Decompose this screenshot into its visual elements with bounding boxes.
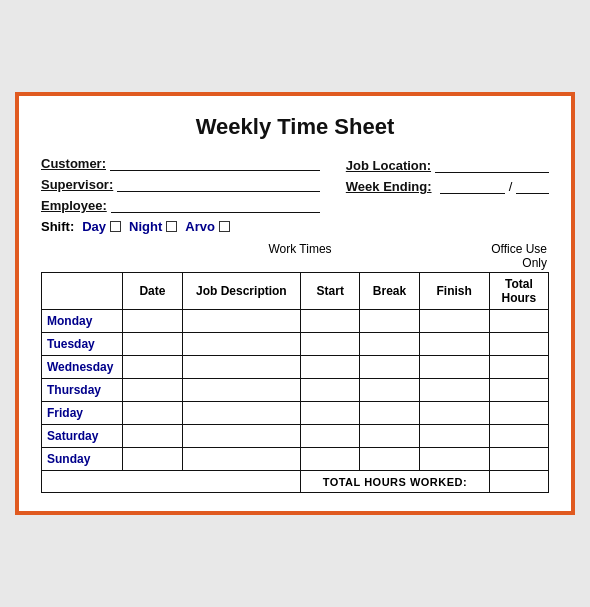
table-row: Tuesday bbox=[42, 333, 549, 356]
finish-cell[interactable] bbox=[419, 448, 489, 471]
total-empty-cell bbox=[42, 471, 301, 493]
start-cell[interactable] bbox=[301, 356, 360, 379]
col-header-date: Date bbox=[123, 273, 182, 310]
slash: / bbox=[509, 179, 513, 194]
table-row: Monday bbox=[42, 310, 549, 333]
timesheet-container: Weekly Time Sheet Customer: Supervisor: … bbox=[15, 92, 575, 515]
finish-cell[interactable] bbox=[419, 333, 489, 356]
finish-cell[interactable] bbox=[419, 356, 489, 379]
total-hours-value[interactable] bbox=[489, 471, 548, 493]
job-location-label: Job Location: bbox=[346, 158, 431, 173]
start-cell[interactable] bbox=[301, 379, 360, 402]
col-header-finish: Finish bbox=[419, 273, 489, 310]
start-cell[interactable] bbox=[301, 425, 360, 448]
left-fields: Customer: Supervisor: Employee: bbox=[41, 156, 320, 213]
jobdesc-cell[interactable] bbox=[182, 402, 301, 425]
job-location-row: Job Location: bbox=[346, 158, 549, 173]
total-cell[interactable] bbox=[489, 356, 548, 379]
date-cell[interactable] bbox=[123, 356, 182, 379]
date-cell[interactable] bbox=[123, 310, 182, 333]
day-cell: Thursday bbox=[42, 379, 123, 402]
break-cell[interactable] bbox=[360, 333, 419, 356]
week-ending-label: Week Ending: bbox=[346, 179, 432, 194]
jobdesc-cell[interactable] bbox=[182, 333, 301, 356]
break-cell[interactable] bbox=[360, 425, 419, 448]
date-cell[interactable] bbox=[123, 379, 182, 402]
office-use-label: Office Use Only bbox=[477, 242, 547, 270]
customer-line bbox=[110, 157, 320, 171]
finish-cell[interactable] bbox=[419, 402, 489, 425]
date-cell[interactable] bbox=[123, 402, 182, 425]
break-cell[interactable] bbox=[360, 310, 419, 333]
total-cell[interactable] bbox=[489, 402, 548, 425]
start-cell[interactable] bbox=[301, 448, 360, 471]
employee-line bbox=[111, 199, 321, 213]
finish-cell[interactable] bbox=[419, 310, 489, 333]
start-cell[interactable] bbox=[301, 333, 360, 356]
shift-arvo-checkbox[interactable] bbox=[219, 221, 230, 232]
table-body: Monday Tuesday Wednesday Thursday bbox=[42, 310, 549, 493]
supervisor-label: Supervisor: bbox=[41, 177, 113, 192]
table-row: Thursday bbox=[42, 379, 549, 402]
shift-arvo-option: Arvo bbox=[185, 219, 230, 234]
day-cell: Sunday bbox=[42, 448, 123, 471]
day-cell: Monday bbox=[42, 310, 123, 333]
break-cell[interactable] bbox=[360, 402, 419, 425]
form-section: Customer: Supervisor: Employee: Job Loca… bbox=[41, 156, 549, 213]
shift-night-option: Night bbox=[129, 219, 177, 234]
shift-day-label: Day bbox=[82, 219, 106, 234]
break-cell[interactable] bbox=[360, 448, 419, 471]
table-row: Saturday bbox=[42, 425, 549, 448]
section-headers: Work Times Office Use Only bbox=[41, 242, 549, 270]
table-row: Sunday bbox=[42, 448, 549, 471]
day-cell: Saturday bbox=[42, 425, 123, 448]
date-cell[interactable] bbox=[123, 448, 182, 471]
shift-row: Shift: Day Night Arvo bbox=[41, 219, 549, 234]
col-header-break: Break bbox=[360, 273, 419, 310]
supervisor-line bbox=[117, 178, 320, 192]
week-ending-line2 bbox=[516, 180, 549, 194]
total-hours-label: TOTAL HOURS WORKED: bbox=[301, 471, 490, 493]
work-times-label: Work Times bbox=[123, 242, 477, 270]
col-header-start: Start bbox=[301, 273, 360, 310]
day-cell: Friday bbox=[42, 402, 123, 425]
total-cell[interactable] bbox=[489, 310, 548, 333]
table-row: Wednesday bbox=[42, 356, 549, 379]
shift-arvo-label: Arvo bbox=[185, 219, 215, 234]
break-cell[interactable] bbox=[360, 356, 419, 379]
shift-night-checkbox[interactable] bbox=[166, 221, 177, 232]
finish-cell[interactable] bbox=[419, 425, 489, 448]
total-cell[interactable] bbox=[489, 448, 548, 471]
total-row: TOTAL HOURS WORKED: bbox=[42, 471, 549, 493]
total-cell[interactable] bbox=[489, 425, 548, 448]
col-header-day bbox=[42, 273, 123, 310]
start-cell[interactable] bbox=[301, 402, 360, 425]
jobdesc-cell[interactable] bbox=[182, 379, 301, 402]
timesheet-table: Date Job Description Start Break Finish … bbox=[41, 272, 549, 493]
date-cell[interactable] bbox=[123, 425, 182, 448]
table-row: Friday bbox=[42, 402, 549, 425]
table-header-row: Date Job Description Start Break Finish … bbox=[42, 273, 549, 310]
total-cell[interactable] bbox=[489, 379, 548, 402]
break-cell[interactable] bbox=[360, 379, 419, 402]
day-cell: Wednesday bbox=[42, 356, 123, 379]
shift-night-label: Night bbox=[129, 219, 162, 234]
finish-cell[interactable] bbox=[419, 379, 489, 402]
shift-day-option: Day bbox=[82, 219, 121, 234]
employee-field-row: Employee: bbox=[41, 198, 320, 213]
date-cell[interactable] bbox=[123, 333, 182, 356]
start-cell[interactable] bbox=[301, 310, 360, 333]
total-cell[interactable] bbox=[489, 333, 548, 356]
jobdesc-cell[interactable] bbox=[182, 425, 301, 448]
jobdesc-cell[interactable] bbox=[182, 310, 301, 333]
shift-day-checkbox[interactable] bbox=[110, 221, 121, 232]
customer-field-row: Customer: bbox=[41, 156, 320, 171]
col-header-total: TotalHours bbox=[489, 273, 548, 310]
page-title: Weekly Time Sheet bbox=[41, 114, 549, 140]
job-location-line bbox=[435, 159, 549, 173]
jobdesc-cell[interactable] bbox=[182, 448, 301, 471]
right-fields: Job Location: Week Ending: / bbox=[346, 156, 549, 213]
supervisor-field-row: Supervisor: bbox=[41, 177, 320, 192]
week-ending-line1 bbox=[440, 180, 505, 194]
jobdesc-cell[interactable] bbox=[182, 356, 301, 379]
